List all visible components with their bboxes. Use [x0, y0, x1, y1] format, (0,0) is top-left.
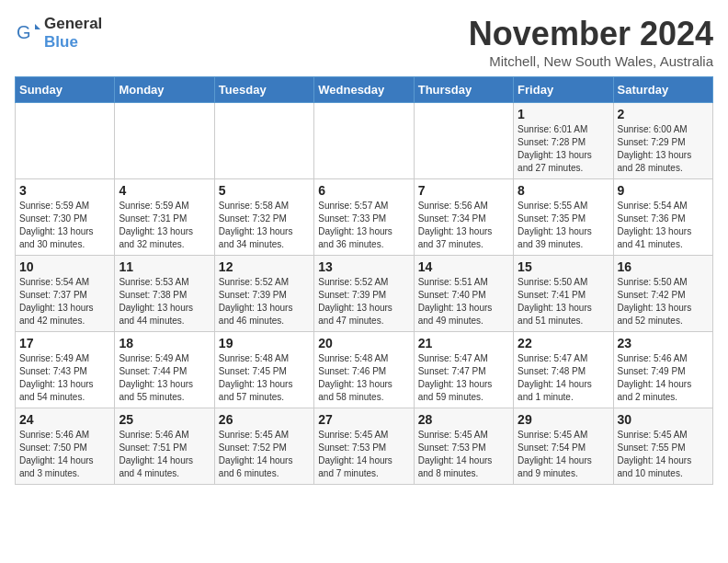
- day-info: Sunrise: 5:48 AM Sunset: 7:46 PM Dayligh…: [318, 352, 409, 404]
- calendar-row: 17Sunrise: 5:49 AM Sunset: 7:43 PM Dayli…: [16, 332, 713, 408]
- calendar-cell: 29Sunrise: 5:45 AM Sunset: 7:54 PM Dayli…: [514, 408, 613, 485]
- weekday-header: Monday: [115, 77, 214, 103]
- day-info: Sunrise: 5:48 AM Sunset: 7:45 PM Dayligh…: [219, 352, 310, 404]
- day-info: Sunrise: 5:46 AM Sunset: 7:51 PM Dayligh…: [119, 429, 210, 480]
- day-number: 17: [19, 336, 110, 350]
- day-number: 2: [618, 107, 709, 121]
- day-number: 28: [418, 412, 509, 427]
- calendar-cell: 18Sunrise: 5:49 AM Sunset: 7:44 PM Dayli…: [115, 332, 214, 408]
- calendar-cell: 11Sunrise: 5:53 AM Sunset: 7:38 PM Dayli…: [115, 256, 214, 332]
- day-number: 16: [618, 259, 709, 274]
- day-info: Sunrise: 5:47 AM Sunset: 7:48 PM Dayligh…: [518, 352, 609, 404]
- day-number: 18: [119, 336, 210, 350]
- day-number: 30: [618, 412, 709, 427]
- day-number: 12: [219, 259, 310, 274]
- calendar-cell: [214, 103, 313, 179]
- calendar-cell: 15Sunrise: 5:50 AM Sunset: 7:41 PM Dayli…: [514, 256, 613, 332]
- weekday-header: Friday: [514, 77, 613, 103]
- calendar-cell: 17Sunrise: 5:49 AM Sunset: 7:43 PM Dayli…: [16, 332, 115, 408]
- day-info: Sunrise: 5:57 AM Sunset: 7:33 PM Dayligh…: [318, 200, 409, 251]
- calendar-row: 24Sunrise: 5:46 AM Sunset: 7:50 PM Dayli…: [16, 408, 713, 485]
- weekday-row: SundayMondayTuesdayWednesdayThursdayFrid…: [16, 77, 713, 103]
- calendar-cell: [115, 103, 214, 179]
- day-number: 24: [19, 412, 110, 427]
- day-info: Sunrise: 5:59 AM Sunset: 7:31 PM Dayligh…: [119, 200, 210, 251]
- day-info: Sunrise: 5:50 AM Sunset: 7:42 PM Dayligh…: [618, 276, 709, 327]
- day-info: Sunrise: 5:46 AM Sunset: 7:50 PM Dayligh…: [19, 429, 110, 480]
- day-number: 13: [318, 259, 409, 274]
- calendar-cell: 21Sunrise: 5:47 AM Sunset: 7:47 PM Dayli…: [414, 332, 513, 408]
- logo: G General Blue: [15, 15, 102, 52]
- day-info: Sunrise: 5:49 AM Sunset: 7:44 PM Dayligh…: [119, 352, 210, 404]
- day-number: 3: [19, 183, 110, 198]
- day-info: Sunrise: 5:47 AM Sunset: 7:47 PM Dayligh…: [418, 352, 509, 404]
- day-number: 8: [518, 183, 609, 198]
- day-number: 19: [219, 336, 310, 350]
- day-number: 15: [518, 259, 609, 274]
- calendar-cell: 9Sunrise: 5:54 AM Sunset: 7:36 PM Daylig…: [613, 179, 712, 256]
- calendar-cell: 24Sunrise: 5:46 AM Sunset: 7:50 PM Dayli…: [16, 408, 115, 485]
- calendar-body: 1Sunrise: 6:01 AM Sunset: 7:28 PM Daylig…: [16, 103, 713, 485]
- day-number: 20: [318, 336, 409, 350]
- calendar-cell: 26Sunrise: 5:45 AM Sunset: 7:52 PM Dayli…: [214, 408, 313, 485]
- calendar-row: 1Sunrise: 6:01 AM Sunset: 7:28 PM Daylig…: [16, 103, 713, 179]
- calendar-cell: 25Sunrise: 5:46 AM Sunset: 7:51 PM Dayli…: [115, 408, 214, 485]
- calendar-cell: 20Sunrise: 5:48 AM Sunset: 7:46 PM Dayli…: [314, 332, 414, 408]
- day-info: Sunrise: 5:45 AM Sunset: 7:52 PM Dayligh…: [219, 429, 310, 480]
- calendar-cell: [314, 103, 414, 179]
- day-number: 4: [119, 183, 210, 198]
- calendar-cell: 2Sunrise: 6:00 AM Sunset: 7:29 PM Daylig…: [613, 103, 712, 179]
- logo-general: General: [44, 15, 102, 32]
- day-info: Sunrise: 5:49 AM Sunset: 7:43 PM Dayligh…: [19, 352, 110, 404]
- calendar-cell: 16Sunrise: 5:50 AM Sunset: 7:42 PM Dayli…: [613, 256, 712, 332]
- weekday-header: Tuesday: [214, 77, 313, 103]
- weekday-header: Sunday: [16, 77, 115, 103]
- day-info: Sunrise: 5:55 AM Sunset: 7:35 PM Dayligh…: [518, 200, 609, 251]
- day-info: Sunrise: 5:56 AM Sunset: 7:34 PM Dayligh…: [418, 200, 509, 251]
- calendar-cell: 3Sunrise: 5:59 AM Sunset: 7:30 PM Daylig…: [16, 179, 115, 256]
- day-info: Sunrise: 5:52 AM Sunset: 7:39 PM Dayligh…: [219, 276, 310, 327]
- day-number: 29: [518, 412, 609, 427]
- calendar-cell: 22Sunrise: 5:47 AM Sunset: 7:48 PM Dayli…: [514, 332, 613, 408]
- calendar-cell: 23Sunrise: 5:46 AM Sunset: 7:49 PM Dayli…: [613, 332, 712, 408]
- calendar-cell: 14Sunrise: 5:51 AM Sunset: 7:40 PM Dayli…: [414, 256, 513, 332]
- title-area: November 2024 Mitchell, New South Wales,…: [469, 15, 713, 69]
- day-info: Sunrise: 6:00 AM Sunset: 7:29 PM Dayligh…: [618, 123, 709, 175]
- calendar-cell: 8Sunrise: 5:55 AM Sunset: 7:35 PM Daylig…: [514, 179, 613, 256]
- day-info: Sunrise: 5:51 AM Sunset: 7:40 PM Dayligh…: [418, 276, 509, 327]
- header: G General Blue November 2024 Mitchell, N…: [15, 15, 713, 69]
- calendar-header: SundayMondayTuesdayWednesdayThursdayFrid…: [16, 77, 713, 103]
- calendar-cell: 13Sunrise: 5:52 AM Sunset: 7:39 PM Dayli…: [314, 256, 414, 332]
- day-number: 5: [219, 183, 310, 198]
- day-number: 11: [119, 259, 210, 274]
- calendar-cell: 7Sunrise: 5:56 AM Sunset: 7:34 PM Daylig…: [414, 179, 513, 256]
- day-number: 6: [318, 183, 409, 198]
- calendar-cell: 19Sunrise: 5:48 AM Sunset: 7:45 PM Dayli…: [214, 332, 313, 408]
- calendar-cell: 27Sunrise: 5:45 AM Sunset: 7:53 PM Dayli…: [314, 408, 414, 485]
- calendar-cell: [16, 103, 115, 179]
- calendar-cell: 5Sunrise: 5:58 AM Sunset: 7:32 PM Daylig…: [214, 179, 313, 256]
- calendar-cell: [414, 103, 513, 179]
- day-info: Sunrise: 5:45 AM Sunset: 7:54 PM Dayligh…: [518, 429, 609, 480]
- calendar-row: 3Sunrise: 5:59 AM Sunset: 7:30 PM Daylig…: [16, 179, 713, 256]
- day-info: Sunrise: 5:46 AM Sunset: 7:49 PM Dayligh…: [618, 352, 709, 404]
- svg-text:G: G: [17, 22, 31, 42]
- day-info: Sunrise: 5:54 AM Sunset: 7:37 PM Dayligh…: [19, 276, 110, 327]
- calendar-table: SundayMondayTuesdayWednesdayThursdayFrid…: [15, 76, 713, 485]
- calendar-row: 10Sunrise: 5:54 AM Sunset: 7:37 PM Dayli…: [16, 256, 713, 332]
- calendar-cell: 10Sunrise: 5:54 AM Sunset: 7:37 PM Dayli…: [16, 256, 115, 332]
- calendar-cell: 30Sunrise: 5:45 AM Sunset: 7:55 PM Dayli…: [613, 408, 712, 485]
- day-number: 10: [19, 259, 110, 274]
- svg-marker-1: [35, 24, 40, 29]
- day-number: 23: [618, 336, 709, 350]
- day-info: Sunrise: 5:52 AM Sunset: 7:39 PM Dayligh…: [318, 276, 409, 327]
- day-info: Sunrise: 6:01 AM Sunset: 7:28 PM Dayligh…: [518, 123, 609, 175]
- day-number: 27: [318, 412, 409, 427]
- day-number: 21: [418, 336, 509, 350]
- day-info: Sunrise: 5:45 AM Sunset: 7:55 PM Dayligh…: [618, 429, 709, 480]
- day-number: 25: [119, 412, 210, 427]
- weekday-header: Thursday: [414, 77, 513, 103]
- day-number: 1: [518, 107, 609, 121]
- calendar-cell: 4Sunrise: 5:59 AM Sunset: 7:31 PM Daylig…: [115, 179, 214, 256]
- day-info: Sunrise: 5:45 AM Sunset: 7:53 PM Dayligh…: [418, 429, 509, 480]
